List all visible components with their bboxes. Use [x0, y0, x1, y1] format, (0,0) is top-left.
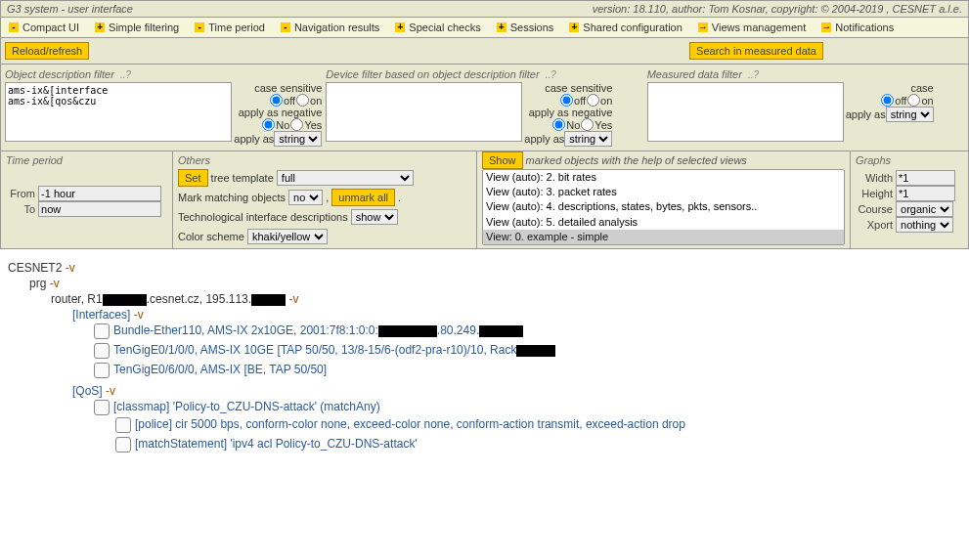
- device-filter-opts: case sensitive off on apply as negative …: [524, 82, 612, 147]
- results-tree: CESNET2 -v prg -v router, R1.cesnet.cz, …: [0, 249, 969, 474]
- collapse-link[interactable]: -v: [288, 292, 298, 306]
- header: G3 system - user interface version: 18.1…: [0, 0, 969, 18]
- collapse-link[interactable]: -v: [66, 261, 75, 275]
- action-bar: Reload/refresh Search in measured data: [0, 38, 969, 65]
- views-panel: Show marked objects with the help of sel…: [477, 151, 851, 248]
- menu-shared-config[interactable]: +Shared configuration: [561, 20, 690, 35]
- arrow-icon: →: [698, 22, 708, 32]
- neg-no-radio[interactable]: [552, 118, 565, 131]
- plus-icon: +: [569, 22, 579, 32]
- graphs-panel: Graphs Width Height Course organic Xport…: [851, 151, 968, 248]
- menu-special-checks[interactable]: +Special checks: [387, 20, 488, 35]
- minus-icon: -: [195, 22, 204, 32]
- menu-views-management[interactable]: →Views management: [690, 20, 814, 35]
- device-filter-input[interactable]: [326, 82, 522, 142]
- plus-icon: +: [95, 22, 105, 32]
- menu-compact-ui[interactable]: -Compact UI: [1, 20, 87, 35]
- filters-row: Object description filter ..? ams-ix&[in…: [0, 65, 969, 151]
- menu-simple-filtering[interactable]: +Simple filtering: [87, 20, 187, 35]
- apply-as-select[interactable]: string: [886, 107, 934, 122]
- others-panel: Others Set tree template full Mark match…: [173, 151, 477, 248]
- object-filter-opts: case sensitive off on apply as negative …: [234, 82, 322, 147]
- plus-icon: +: [497, 22, 507, 32]
- help-icon[interactable]: ..?: [748, 69, 759, 80]
- unmark-all-button[interactable]: unmark all: [331, 189, 395, 206]
- reload-button[interactable]: Reload/refresh: [5, 42, 89, 60]
- measured-data-input[interactable]: [647, 82, 844, 142]
- version-text: version: 18.110, author: Tom Kosnar, cop…: [593, 3, 962, 15]
- help-icon[interactable]: ..?: [546, 69, 556, 80]
- graph-xport-select[interactable]: nothing: [896, 217, 953, 233]
- help-icon[interactable]: ..?: [120, 69, 131, 80]
- plus-icon: +: [395, 22, 405, 32]
- graph-course-select[interactable]: organic: [896, 201, 953, 217]
- arrow-icon: →: [821, 22, 831, 32]
- minus-icon: -: [9, 22, 19, 32]
- case-off-radio[interactable]: [270, 94, 283, 107]
- case-on-radio[interactable]: [587, 94, 599, 107]
- menubar: -Compact UI +Simple filtering -Time peri…: [0, 18, 969, 38]
- search-button[interactable]: Search in measured data: [689, 42, 823, 60]
- to-input[interactable]: [38, 201, 161, 217]
- collapse-link[interactable]: -v: [50, 277, 60, 290]
- collapse-link[interactable]: -v: [106, 384, 115, 398]
- checkbox[interactable]: [94, 343, 110, 359]
- from-input[interactable]: [38, 186, 161, 201]
- tree-node[interactable]: Bundle-Ether110, AMS-IX 2x10GE, 2001:7f8…: [113, 323, 523, 337]
- menu-navigation-results[interactable]: -Navigation results: [273, 20, 387, 35]
- device-filter: Device filter based on object descriptio…: [326, 66, 642, 147]
- graph-height-input[interactable]: [896, 186, 955, 201]
- tree-node[interactable]: [matchStatement] 'ipv4 acl Policy-to_CZU…: [135, 437, 418, 451]
- tree-node[interactable]: TenGigE0/1/0/0, AMS-IX 10GE [TAP 50/50, …: [113, 343, 555, 357]
- color-scheme-select[interactable]: khaki/yellow: [247, 229, 328, 244]
- object-filter-input[interactable]: ams-ix&[interface ams-ix&[qos&czu: [5, 82, 232, 142]
- case-on-radio[interactable]: [296, 94, 309, 107]
- neg-yes-radio[interactable]: [290, 118, 303, 131]
- tree-node[interactable]: [QoS]: [72, 384, 103, 398]
- checkbox[interactable]: [115, 437, 131, 452]
- controls-row: Time period From To Others Set tree temp…: [0, 151, 969, 249]
- measured-data-filter: Measured data filter ..? case off on app…: [647, 66, 964, 147]
- tree-node[interactable]: router, R1.cesnet.cz, 195.113.: [51, 292, 286, 306]
- views-select[interactable]: View (auto): 2. bit rates View (auto): 3…: [482, 169, 845, 245]
- tech-desc-select[interactable]: show: [351, 209, 398, 225]
- measured-data-opts: case off on apply as string: [846, 82, 934, 122]
- tree-template-select[interactable]: full: [277, 170, 414, 186]
- menu-time-period[interactable]: -Time period: [187, 20, 273, 35]
- case-off-radio[interactable]: [881, 94, 894, 107]
- tree-node[interactable]: prg: [29, 277, 46, 290]
- neg-no-radio[interactable]: [262, 118, 275, 131]
- set-button[interactable]: Set: [178, 169, 208, 187]
- apply-as-select[interactable]: string: [564, 131, 612, 147]
- graph-width-input[interactable]: [896, 170, 955, 186]
- tree-node[interactable]: [Interfaces]: [72, 308, 130, 322]
- apply-as-select[interactable]: string: [274, 131, 322, 147]
- mark-select[interactable]: no: [288, 190, 323, 205]
- tree-node[interactable]: [police] cir 5000 bps, conform-color non…: [135, 417, 685, 431]
- tree-node[interactable]: CESNET2: [8, 261, 62, 275]
- menu-notifications[interactable]: →Notifications: [814, 20, 902, 35]
- checkbox[interactable]: [115, 417, 131, 433]
- object-filter: Object description filter ..? ams-ix&[in…: [5, 66, 322, 147]
- checkbox[interactable]: [94, 400, 110, 415]
- show-button[interactable]: Show: [482, 151, 523, 169]
- menu-sessions[interactable]: +Sessions: [489, 20, 562, 35]
- tree-node[interactable]: [classmap] 'Policy-to_CZU-DNS-attack' (m…: [113, 400, 380, 413]
- app-title: G3 system - user interface: [7, 3, 133, 15]
- case-on-radio[interactable]: [907, 94, 920, 107]
- collapse-link[interactable]: -v: [134, 308, 144, 322]
- minus-icon: -: [281, 22, 290, 32]
- checkbox[interactable]: [94, 323, 110, 339]
- neg-yes-radio[interactable]: [581, 118, 594, 131]
- time-period-panel: Time period From To: [1, 151, 173, 248]
- case-off-radio[interactable]: [560, 94, 573, 107]
- checkbox[interactable]: [94, 363, 110, 378]
- tree-node[interactable]: TenGigE0/6/0/0, AMS-IX [BE, TAP 50/50]: [113, 363, 327, 376]
